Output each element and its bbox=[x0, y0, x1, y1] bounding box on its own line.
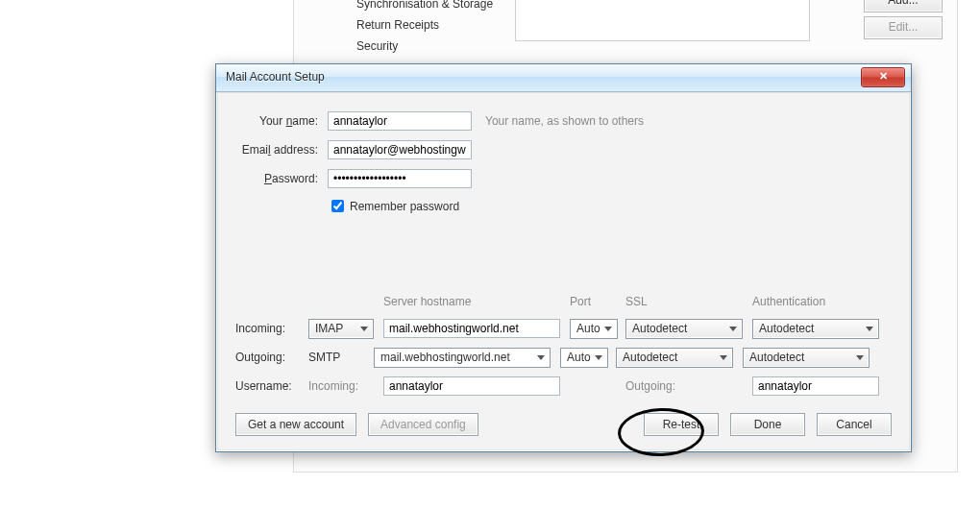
incoming-hostname-input[interactable] bbox=[383, 319, 560, 338]
done-button[interactable]: Done bbox=[730, 413, 805, 436]
advanced-config-button: Advanced config bbox=[368, 413, 478, 436]
incoming-port-select[interactable]: Auto bbox=[570, 319, 618, 339]
close-button[interactable]: ✕ bbox=[861, 67, 905, 87]
username-outgoing-sublabel: Outgoing: bbox=[625, 379, 752, 393]
incoming-auth-select[interactable]: Autodetect bbox=[752, 319, 879, 339]
mail-account-setup-dialog: Mail Account Setup ✕ Your name: Your nam… bbox=[215, 63, 912, 452]
chevron-down-icon bbox=[725, 322, 740, 336]
titlebar[interactable]: Mail Account Setup ✕ bbox=[216, 64, 911, 92]
outgoing-auth-select[interactable]: Autodetect bbox=[743, 348, 870, 368]
chevron-down-icon bbox=[852, 351, 867, 365]
header-ssl: SSL bbox=[625, 295, 752, 308]
close-icon: ✕ bbox=[879, 70, 888, 82]
username-label: Username: bbox=[235, 379, 308, 393]
chevron-down-icon bbox=[600, 322, 615, 336]
dialog-footer: Get a new account Advanced config Re-tes… bbox=[235, 413, 892, 436]
name-input[interactable] bbox=[328, 111, 472, 131]
outgoing-protocol: SMTP bbox=[308, 351, 374, 364]
password-label: Password: bbox=[235, 172, 328, 185]
incoming-ssl-select[interactable]: Autodetect bbox=[625, 319, 743, 339]
retest-button[interactable]: Re-test bbox=[644, 413, 719, 436]
cancel-button[interactable]: Cancel bbox=[817, 413, 892, 436]
name-label: Your name: bbox=[235, 114, 328, 128]
header-port: Port bbox=[570, 295, 625, 308]
incoming-protocol-select[interactable]: IMAP bbox=[308, 319, 374, 339]
username-outgoing-input[interactable] bbox=[752, 376, 879, 396]
remember-password-label: Remember password bbox=[350, 200, 459, 213]
username-row: Username: Incoming: Outgoing: bbox=[235, 372, 892, 400]
header-auth: Authentication bbox=[752, 295, 879, 308]
bg-item[interactable]: Security bbox=[294, 36, 510, 57]
chevron-down-icon bbox=[716, 351, 730, 365]
grid-header: Server hostname Port SSL Authentication bbox=[235, 295, 892, 308]
get-new-account-button[interactable]: Get a new account bbox=[235, 413, 356, 436]
server-settings-grid: Server hostname Port SSL Authentication … bbox=[235, 295, 892, 400]
chevron-down-icon bbox=[356, 322, 371, 336]
edit-button: Edit... bbox=[864, 16, 943, 39]
dialog-title: Mail Account Setup bbox=[226, 70, 325, 84]
username-incoming-sublabel: Incoming: bbox=[308, 379, 383, 393]
remember-password-checkbox[interactable] bbox=[331, 200, 344, 212]
add-button[interactable]: Add... bbox=[864, 0, 943, 12]
email-input[interactable] bbox=[328, 140, 472, 159]
email-label: Email address: bbox=[235, 143, 328, 157]
dialog-body: Your name: Your name, as shown to others… bbox=[217, 92, 910, 450]
header-hostname: Server hostname bbox=[383, 295, 570, 308]
name-hint: Your name, as shown to others bbox=[485, 114, 644, 128]
outgoing-port-select[interactable]: Auto bbox=[560, 348, 608, 368]
chevron-down-icon bbox=[591, 351, 605, 365]
bg-item[interactable]: Return Receipts bbox=[294, 14, 510, 36]
password-input[interactable] bbox=[328, 169, 472, 188]
outgoing-row: Outgoing: SMTP mail.webhostingworld.net … bbox=[235, 343, 892, 372]
chevron-down-icon bbox=[533, 351, 548, 365]
outgoing-ssl-select[interactable]: Autodetect bbox=[616, 348, 733, 368]
incoming-row: Incoming: IMAP Auto bbox=[235, 314, 892, 343]
incoming-label: Incoming: bbox=[235, 322, 308, 335]
bg-item[interactable]: Synchronisation & Storage bbox=[294, 0, 510, 14]
bg-identity-list bbox=[515, 0, 810, 41]
outgoing-hostname-select[interactable]: mail.webhostingworld.net bbox=[374, 348, 551, 368]
chevron-down-icon bbox=[862, 322, 876, 336]
outgoing-label: Outgoing: bbox=[235, 351, 308, 364]
username-incoming-input[interactable] bbox=[383, 376, 560, 396]
identity-form: Your name: Your name, as shown to others… bbox=[235, 107, 892, 215]
